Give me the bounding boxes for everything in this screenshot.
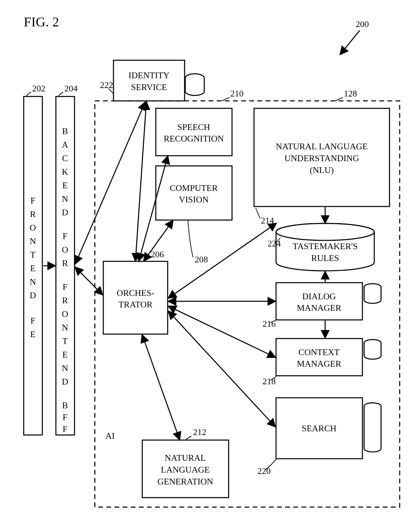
context-manager-block: CONTEXT MANAGER bbox=[276, 339, 381, 376]
svg-text:DIALOG: DIALOG bbox=[302, 291, 336, 301]
svg-text:NATURAL LANGUAGE: NATURAL LANGUAGE bbox=[276, 142, 368, 151]
svg-text:N: N bbox=[62, 194, 68, 204]
svg-text:D: D bbox=[62, 208, 68, 217]
svg-text:200: 200 bbox=[356, 19, 369, 29]
computer-vision-block: COMPUTER VISION bbox=[156, 166, 232, 220]
orchestrator-block: ORCHES- TRATOR bbox=[103, 261, 168, 334]
svg-line-1 bbox=[340, 30, 360, 54]
tastemakers-rules-block: TASTEMAKER'S RULES bbox=[276, 223, 374, 271]
svg-text:202: 202 bbox=[32, 84, 45, 93]
nlu-block: NATURAL LANGUAGE UNDERSTANDING (NLU) bbox=[254, 108, 390, 206]
svg-line-70 bbox=[76, 103, 145, 263]
svg-text:N: N bbox=[30, 277, 36, 287]
svg-line-78 bbox=[169, 311, 275, 427]
frontend-block: F R O N T E N D F E bbox=[24, 96, 42, 435]
svg-text:GENERATION: GENERATION bbox=[158, 477, 213, 486]
svg-point-49 bbox=[276, 223, 374, 240]
svg-text:MANAGER: MANAGER bbox=[297, 303, 341, 313]
svg-text:T: T bbox=[62, 336, 68, 346]
svg-text:CONTEXT: CONTEXT bbox=[298, 347, 339, 357]
figure-label: FIG. 2 bbox=[24, 14, 59, 29]
svg-text:RULES: RULES bbox=[311, 253, 339, 263]
svg-text:B: B bbox=[62, 400, 68, 410]
dialog-manager-block: DIALOG MANAGER bbox=[276, 283, 381, 320]
svg-text:T: T bbox=[30, 250, 36, 260]
svg-rect-38 bbox=[156, 108, 232, 156]
svg-text:F: F bbox=[63, 282, 67, 292]
speech-recognition-block: SPEECH RECOGNITION bbox=[156, 108, 232, 156]
svg-text:220: 220 bbox=[257, 466, 271, 476]
svg-text:D: D bbox=[30, 290, 36, 300]
svg-rect-34 bbox=[113, 60, 185, 101]
svg-line-72 bbox=[135, 102, 146, 261]
nlg-block: NATURAL LANGUAGE GENERATION bbox=[142, 440, 229, 498]
svg-line-79 bbox=[142, 335, 180, 439]
svg-text:216: 216 bbox=[262, 319, 276, 329]
svg-text:214: 214 bbox=[261, 216, 274, 225]
svg-text:SEARCH: SEARCH bbox=[302, 423, 337, 433]
ai-label: AI bbox=[105, 431, 114, 441]
callout-200: 200 bbox=[340, 19, 369, 54]
context-db-icon bbox=[364, 340, 381, 359]
svg-text:204: 204 bbox=[64, 84, 78, 93]
svg-text:TASTEMAKER'S: TASTEMAKER'S bbox=[293, 241, 358, 251]
svg-text:F: F bbox=[30, 316, 35, 326]
svg-text:A: A bbox=[62, 140, 68, 150]
svg-text:R: R bbox=[62, 258, 68, 268]
svg-text:(NLU): (NLU) bbox=[310, 165, 334, 175]
svg-text:SERVICE: SERVICE bbox=[131, 82, 167, 92]
svg-text:N: N bbox=[30, 236, 36, 246]
svg-text:F: F bbox=[63, 424, 67, 434]
svg-text:UNDERSTANDING: UNDERSTANDING bbox=[285, 153, 359, 163]
search-db-icon bbox=[364, 403, 381, 452]
svg-text:R: R bbox=[30, 209, 36, 219]
figure-2-diagram: FIG. 2 200 F R O N T E N D F E B A C K E… bbox=[0, 0, 420, 522]
svg-text:N: N bbox=[62, 363, 68, 373]
identity-service-block: IDENTITY SERVICE bbox=[113, 60, 204, 101]
svg-text:222: 222 bbox=[100, 80, 113, 90]
svg-text:128: 128 bbox=[344, 89, 357, 99]
svg-text:ORCHES-: ORCHES- bbox=[117, 288, 154, 298]
svg-text:NATURAL: NATURAL bbox=[165, 453, 206, 463]
svg-text:F: F bbox=[63, 412, 67, 422]
svg-text:RECOGNITION: RECOGNITION bbox=[164, 134, 224, 144]
svg-text:210: 210 bbox=[230, 89, 244, 99]
svg-text:E: E bbox=[30, 329, 36, 339]
svg-text:IDENTITY: IDENTITY bbox=[128, 70, 170, 80]
svg-text:SPEECH: SPEECH bbox=[177, 122, 210, 132]
svg-line-75 bbox=[169, 223, 276, 298]
svg-text:E: E bbox=[62, 180, 68, 190]
svg-text:206: 206 bbox=[151, 249, 164, 259]
svg-text:COMPUTER: COMPUTER bbox=[170, 183, 218, 193]
identity-db-icon bbox=[185, 74, 204, 95]
svg-text:O: O bbox=[30, 223, 36, 233]
svg-rect-59 bbox=[276, 339, 362, 376]
svg-text:MANAGER: MANAGER bbox=[297, 359, 341, 369]
svg-text:208: 208 bbox=[195, 255, 208, 264]
svg-text:N: N bbox=[62, 323, 68, 332]
svg-text:O: O bbox=[62, 245, 68, 255]
svg-rect-41 bbox=[156, 166, 232, 220]
svg-line-71 bbox=[76, 267, 102, 295]
svg-text:C: C bbox=[62, 153, 68, 163]
svg-text:B: B bbox=[62, 126, 68, 136]
svg-text:R: R bbox=[62, 296, 68, 305]
svg-text:O: O bbox=[62, 309, 68, 319]
svg-text:VISION: VISION bbox=[179, 195, 209, 204]
svg-text:F: F bbox=[63, 231, 67, 241]
svg-text:LANGUAGE: LANGUAGE bbox=[161, 465, 210, 475]
svg-text:E: E bbox=[30, 263, 36, 273]
svg-rect-55 bbox=[276, 283, 362, 320]
svg-text:D: D bbox=[62, 377, 68, 387]
svg-text:E: E bbox=[62, 350, 68, 360]
svg-line-77 bbox=[169, 306, 275, 357]
dialog-db-icon bbox=[364, 284, 381, 303]
frontend-letter: F bbox=[30, 196, 35, 205]
bff-block: B A C K E N D F O R F R O N T E N D B F … bbox=[56, 96, 75, 435]
svg-text:K: K bbox=[62, 167, 68, 177]
svg-text:212: 212 bbox=[193, 427, 206, 437]
svg-text:TRATOR: TRATOR bbox=[119, 300, 153, 309]
search-block: SEARCH bbox=[276, 398, 381, 459]
